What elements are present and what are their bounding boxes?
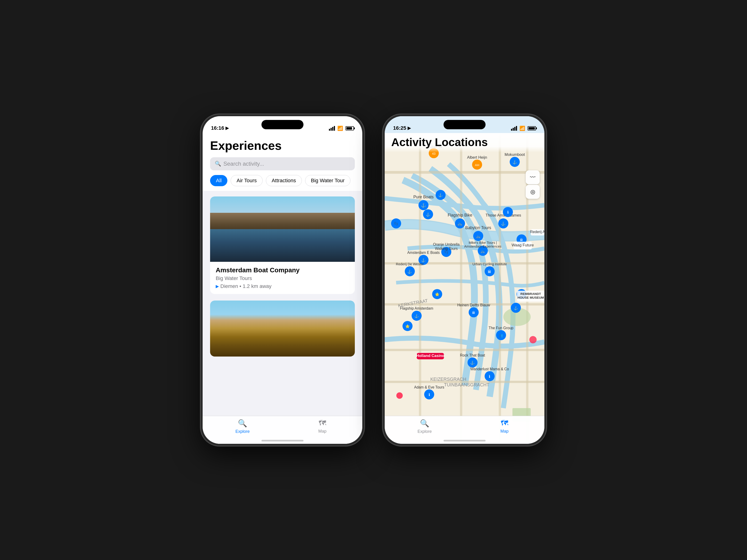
svg-text:TUINBAANSGRACHT: TUINBAANSGRACHT xyxy=(444,382,489,387)
filter-tabs: All Air Tours Attractions Big Water Tour xyxy=(210,175,355,187)
left-phone: 16:16 ▶ 📶 xyxy=(201,114,364,446)
explore-tab-label-right: Explore xyxy=(417,429,432,434)
svg-text:Heinen Delfts Blauw: Heinen Delfts Blauw xyxy=(457,303,490,307)
map-tab-icon-right: 🗺 xyxy=(501,419,508,427)
svg-text:HOUSE MUSEUM: HOUSE MUSEUM xyxy=(518,296,544,299)
battery-icon-left xyxy=(345,126,354,130)
card-title-1: Amsterdam Boat Company xyxy=(216,266,349,274)
svg-text:⚓: ⚓ xyxy=(421,203,426,208)
svg-text:⭐: ⭐ xyxy=(435,292,440,297)
status-time-right: 16:25 ▶ xyxy=(393,125,411,131)
svg-text:Flagship Bike: Flagship Bike xyxy=(448,213,472,217)
card-info-1: Amsterdam Boat Company Big Water Tours ▶… xyxy=(210,262,355,294)
canal-image xyxy=(210,196,355,262)
map-svg: KERKSTRAAT TUINBAANSGRACHT KEIZERSGRACH … xyxy=(385,133,544,444)
svg-text:🚲: 🚲 xyxy=(481,249,485,254)
svg-text:Walking Tours: Walking Tours xyxy=(435,247,458,250)
filter-tab-air-tours[interactable]: Air Tours xyxy=(231,175,262,186)
tab-map-left[interactable]: 🗺 Map xyxy=(282,419,362,434)
wifi-icon-left: 📶 xyxy=(337,126,343,131)
dynamic-island-left xyxy=(261,120,304,129)
svg-text:Mokumboot: Mokumboot xyxy=(505,152,525,157)
map-controls[interactable]: 〰 ◎ xyxy=(526,170,540,199)
svg-text:Adam & Eve Tours: Adam & Eve Tours xyxy=(414,385,444,389)
svg-text:⚓: ⚓ xyxy=(501,221,506,226)
svg-text:🚲: 🚲 xyxy=(476,234,481,238)
svg-text:Waag Future: Waag Future xyxy=(512,243,534,247)
activity-card-2[interactable] xyxy=(210,300,355,356)
svg-text:⚓: ⚓ xyxy=(470,361,475,365)
svg-text:Rederij A: Rederij A xyxy=(530,230,544,234)
map-tab-icon-left: 🗺 xyxy=(319,419,326,427)
tab-explore-right[interactable]: 🔍 Explore xyxy=(385,419,465,434)
svg-text:⚓: ⚓ xyxy=(512,160,517,164)
experiences-title: Experiences xyxy=(210,139,355,153)
explore-tab-icon: 🔍 xyxy=(238,419,247,428)
svg-text:🚲: 🚲 xyxy=(457,221,462,226)
svg-text:⭐: ⭐ xyxy=(405,324,410,328)
svg-text:REMBRANDT: REMBRANDT xyxy=(520,292,541,296)
explore-tab-label: Explore xyxy=(235,429,250,434)
svg-text:Rock That Boat: Rock That Boat xyxy=(460,353,485,357)
dynamic-island-right xyxy=(443,120,486,129)
svg-text:KEIZERSGRACH: KEIZERSGRACH xyxy=(430,377,466,382)
svg-text:⚓: ⚓ xyxy=(407,269,412,274)
map-tab-label-right: Map xyxy=(500,429,509,434)
location-icon-right: ▶ xyxy=(408,126,411,131)
activity-card-1[interactable]: Amsterdam Boat Company Big Water Tours ▶… xyxy=(210,196,355,294)
map-screen: KERKSTRAAT TUINBAANSGRACHT KEIZERSGRACH … xyxy=(385,133,544,444)
houses-image xyxy=(210,300,355,356)
filter-tab-big-water[interactable]: Big Water Tour xyxy=(305,175,351,186)
svg-text:⚓: ⚓ xyxy=(426,212,431,217)
home-indicator-right xyxy=(443,440,486,442)
card-list: Amsterdam Boat Company Big Water Tours ▶… xyxy=(203,191,362,369)
right-phone: 16:25 ▶ 📶 xyxy=(383,114,546,446)
map-location-btn[interactable]: ◎ xyxy=(526,185,540,199)
tab-map-right[interactable]: 🗺 Map xyxy=(465,419,544,434)
map-header-overlay: Activity Locations xyxy=(385,133,544,152)
svg-text:AH: AH xyxy=(475,163,479,167)
svg-text:Urban Cycling Institute: Urban Cycling Institute xyxy=(472,262,507,266)
svg-text:👣: 👣 xyxy=(444,250,449,254)
filter-tab-all[interactable]: All xyxy=(210,175,227,186)
map-title: Activity Locations xyxy=(391,136,538,149)
svg-text:⚓: ⚓ xyxy=(438,193,443,197)
svg-text:Holland Casino: Holland Casino xyxy=(416,353,444,358)
svg-text:Babylon Tours: Babylon Tours xyxy=(465,225,491,230)
tab-explore-left[interactable]: 🔍 Explore xyxy=(203,419,282,434)
svg-rect-4 xyxy=(385,349,544,351)
svg-text:43: 43 xyxy=(432,152,435,155)
map-view[interactable]: KERKSTRAAT TUINBAANSGRACHT KEIZERSGRACH … xyxy=(385,133,544,444)
tab-bar-left: 🔍 Explore 🗺 Map xyxy=(203,416,362,444)
map-waves-btn[interactable]: 〰 xyxy=(526,170,540,184)
search-bar[interactable]: 🔍 Search activity... xyxy=(210,157,355,170)
search-placeholder: Search activity... xyxy=(224,161,264,167)
svg-text:Amsterdam Experiences: Amsterdam Experiences xyxy=(464,244,501,248)
location-arrow-icon: ▶ xyxy=(216,284,219,289)
svg-text:👥: 👥 xyxy=(499,333,503,338)
svg-text:⚓: ⚓ xyxy=(414,314,419,318)
svg-rect-8 xyxy=(499,134,501,442)
filter-tab-attractions[interactable]: Attractions xyxy=(266,175,302,186)
svg-text:👣: 👣 xyxy=(394,221,398,226)
svg-text:ℹ: ℹ xyxy=(507,210,509,214)
map-tab-label-left: Map xyxy=(318,429,326,434)
home-indicator-left xyxy=(261,440,304,442)
signal-bars-right xyxy=(511,126,517,131)
svg-rect-6 xyxy=(419,134,421,442)
svg-text:🏛: 🏛 xyxy=(520,238,523,242)
signal-bars-left xyxy=(329,126,335,131)
svg-text:Rederij De Wester: Rederij De Wester xyxy=(396,262,424,266)
svg-text:⚓: ⚓ xyxy=(421,258,426,263)
svg-text:ℹ: ℹ xyxy=(429,393,430,397)
experiences-header: Experiences 🔍 Search activity... All Air… xyxy=(203,133,362,191)
svg-text:The Fun Group: The Fun Group xyxy=(489,326,513,330)
svg-text:Albert Heijn: Albert Heijn xyxy=(467,155,487,160)
svg-text:Amsterdam E Boats: Amsterdam E Boats xyxy=(407,250,440,255)
battery-icon-right xyxy=(527,126,536,130)
svg-text:ℹ: ℹ xyxy=(489,374,490,378)
svg-text:Pure Boats: Pure Boats xyxy=(413,195,434,199)
svg-text:Oranje Umbrella: Oranje Umbrella xyxy=(433,242,460,246)
svg-text:🏛: 🏛 xyxy=(488,270,491,274)
svg-text:Flagship Amsterdam: Flagship Amsterdam xyxy=(400,306,433,310)
